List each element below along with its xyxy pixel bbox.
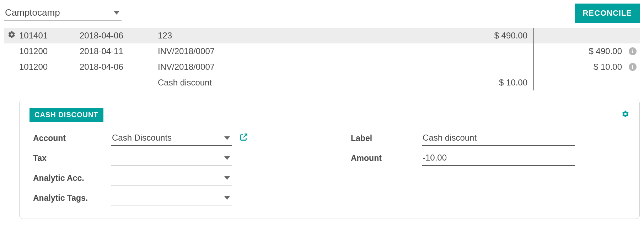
info-icon[interactable]: i xyxy=(629,47,637,55)
chevron-down-icon xyxy=(224,156,230,160)
cell-date: 2018-04-06 xyxy=(80,31,158,41)
label-input[interactable] xyxy=(422,131,575,146)
reconcile-button[interactable]: RECONCILE xyxy=(575,4,640,23)
cell-credit xyxy=(533,28,626,43)
partner-select[interactable]: Camptocamp xyxy=(4,6,122,21)
analytic-acc-select[interactable] xyxy=(111,171,232,185)
cell-debit xyxy=(441,59,533,75)
cell-credit: $ 10.00 xyxy=(533,59,626,75)
analytic-tags-select[interactable] xyxy=(111,191,232,205)
cell-account: 101200 xyxy=(19,46,80,56)
table-row[interactable]: Cash discount $ 10.00 xyxy=(4,75,640,90)
cell-debit xyxy=(441,43,533,59)
cell-label: INV/2018/0007 xyxy=(158,62,441,72)
cell-date: 2018-04-11 xyxy=(80,46,158,56)
chevron-down-icon xyxy=(224,136,230,140)
tax-select-value[interactable] xyxy=(111,151,232,166)
label-label: Label xyxy=(351,134,422,143)
account-select[interactable] xyxy=(111,131,232,146)
cell-label: Cash discount xyxy=(158,78,441,88)
chevron-down-icon xyxy=(224,196,230,200)
tax-select[interactable] xyxy=(111,151,232,166)
cell-debit: $ 490.00 xyxy=(441,28,533,43)
tax-label: Tax xyxy=(33,153,111,163)
analytic-tags-select-value[interactable] xyxy=(111,191,232,205)
analytic-tags-label: Analytic Tags. xyxy=(33,193,111,203)
writeoff-panel: CASH DISCOUNT Account Tax xyxy=(19,100,640,219)
gear-icon[interactable] xyxy=(622,110,629,120)
amount-input[interactable] xyxy=(422,151,575,166)
account-label: Account xyxy=(33,134,111,143)
cell-date: 2018-04-06 xyxy=(80,62,158,72)
writeoff-badge: CASH DISCOUNT xyxy=(29,108,103,122)
cell-label: 123 xyxy=(158,31,441,41)
table-row[interactable]: 101200 2018-04-06 INV/2018/0007 $ 10.00 … xyxy=(4,59,640,75)
cell-account: 101200 xyxy=(19,62,80,72)
table-row[interactable]: 101401 2018-04-06 123 $ 490.00 xyxy=(4,28,640,43)
chevron-down-icon xyxy=(224,176,230,180)
table-row[interactable]: 101200 2018-04-11 INV/2018/0007 $ 490.00… xyxy=(4,43,640,59)
chevron-down-icon xyxy=(114,11,119,15)
analytic-acc-select-value[interactable] xyxy=(111,171,232,185)
analytic-acc-label: Analytic Acc. xyxy=(33,173,111,183)
cell-credit xyxy=(533,75,626,90)
cell-label: INV/2018/0007 xyxy=(158,46,441,56)
gear-icon[interactable] xyxy=(8,31,16,41)
external-link-icon[interactable] xyxy=(239,132,250,144)
cell-debit: $ 10.00 xyxy=(441,75,533,90)
cell-account: 101401 xyxy=(19,31,80,41)
cell-credit: $ 490.00 xyxy=(533,43,626,59)
account-select-value[interactable] xyxy=(111,131,232,146)
partner-select-value: Camptocamp xyxy=(5,7,114,18)
info-icon[interactable]: i xyxy=(629,63,637,71)
amount-label: Amount xyxy=(351,153,422,163)
reconcile-lines: 101401 2018-04-06 123 $ 490.00 101200 20… xyxy=(4,28,640,90)
